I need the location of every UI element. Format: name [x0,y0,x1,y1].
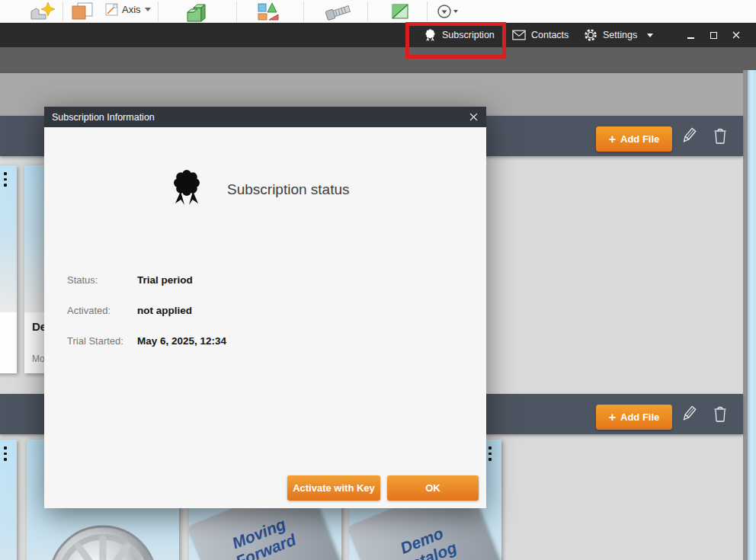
subscription-dialog: Subscription Information Subscription st… [44,107,486,508]
alloy-wheel-image [45,522,161,560]
edit-section-icon[interactable] [681,126,697,145]
section-icon[interactable] [390,2,412,21]
ribbon-divider [236,2,237,21]
axis-dropdown[interactable]: Axis [105,3,151,16]
app-window: Axis [0,0,756,560]
right-edge-strip [748,70,756,560]
minimize-button[interactable] [680,23,701,47]
add-file-label: Add File [620,133,659,145]
catalog-card[interactable] [0,165,17,373]
trial-started-value: May 6, 2025, 12:34 [137,335,226,347]
dialog-heading: Subscription status [227,181,350,198]
envelope-icon [512,30,526,40]
award-badge-icon [168,168,205,207]
add-file-button[interactable]: + Add File [596,405,672,430]
delete-section-icon[interactable] [712,405,729,423]
card-menu-icon[interactable] [4,446,7,461]
gear-icon [584,28,597,42]
cad-ribbon-toolbar: Axis [0,0,756,23]
activated-label: Activated: [67,305,111,316]
ribbon-divider [62,2,63,21]
dialog-title: Subscription Information [52,112,155,123]
edit-section-icon[interactable] [681,405,697,423]
add-file-label: Add File [620,411,659,423]
card-preview [0,165,17,312]
dialog-titlebar: Subscription Information [44,107,486,127]
settings-label: Settings [603,30,637,40]
dialog-close-button[interactable] [465,109,482,125]
status-label: Status: [67,274,98,286]
delete-section-icon[interactable] [712,126,729,145]
card-subtitle: Mo [32,354,45,364]
primitives-icon[interactable] [257,2,280,22]
new-part-icon[interactable] [27,2,56,21]
close-icon [732,31,740,39]
screw-icon[interactable] [324,2,353,22]
axis-label: Axis [122,4,141,15]
subscription-label: Subscription [442,30,495,40]
award-badge-icon [424,28,437,43]
chevron-down-icon [145,8,151,11]
background-band-dark [0,47,756,73]
activated-value: not applied [137,305,192,316]
close-icon [469,113,478,121]
plus-icon: + [609,411,616,424]
status-value: Trial period [137,274,193,286]
settings-menu-button[interactable]: Settings [584,23,653,47]
window-titlebar: Subscription Contacts Settings [0,23,756,47]
card-menu-icon[interactable] [489,446,492,461]
ribbon-divider [158,2,159,21]
ok-button[interactable]: OK [387,475,479,501]
extrude-step-icon[interactable] [184,2,207,22]
card-menu-icon[interactable] [4,172,7,187]
trial-started-label: Trial Started: [67,335,123,347]
more-tools-icon[interactable] [437,4,460,19]
box-feature-icon[interactable] [71,2,94,21]
contacts-menu-button[interactable]: Contacts [512,23,569,47]
close-button[interactable] [726,23,747,47]
maximize-button[interactable] [703,23,724,47]
plus-icon: + [609,133,616,146]
subscription-menu-button[interactable]: Subscription [424,23,495,47]
contacts-label: Contacts [531,30,569,40]
axis-icon [105,3,118,16]
ribbon-divider [427,2,428,21]
add-file-button[interactable]: + Add File [596,126,672,152]
chevron-down-icon [647,34,653,37]
ribbon-divider [367,2,368,21]
activate-with-key-button[interactable]: Activate with Key [287,475,380,501]
card-preview [0,440,17,560]
ribbon-divider [303,2,304,21]
catalog-card[interactable] [0,440,17,560]
